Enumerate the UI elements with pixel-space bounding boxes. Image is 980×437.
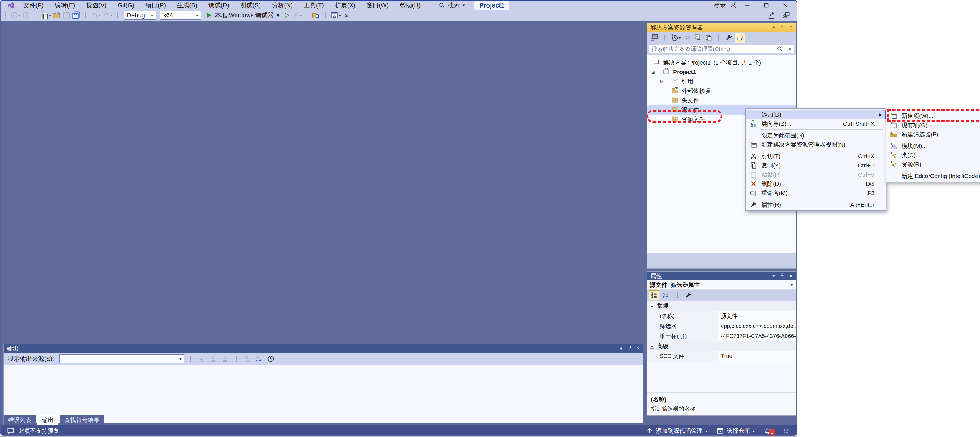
menu-test[interactable]: 测试(S) [235, 0, 266, 10]
property-row-name[interactable]: (名称) 源文件 [647, 311, 795, 321]
tab-error-list[interactable]: 错误列表 [3, 415, 36, 425]
menu-item-paste[interactable]: 粘贴(P) Ctrl+V [746, 170, 886, 179]
property-value[interactable]: {4FC737F1-C7A5-4376-A066-2 [718, 331, 795, 341]
tab-find-symbol-results[interactable]: 查找符号结果 [60, 415, 104, 425]
account-icon[interactable] [730, 2, 737, 9]
navigate-back-button[interactable]: ▾ [10, 11, 21, 20]
save-all-button[interactable] [71, 11, 81, 20]
close-icon[interactable]: × [637, 346, 640, 351]
previous-message-button[interactable] [209, 354, 218, 364]
menu-view[interactable]: 视图(V) [80, 0, 112, 10]
menu-item-new-solution-explorer-view[interactable]: 新建解决方案资源管理器视图(N) [746, 140, 886, 149]
menu-item-class-wizard[interactable]: FC 类向导(Z)... Ctrl+Shift+X [746, 119, 886, 128]
menu-tools[interactable]: 工具(T) [298, 0, 329, 10]
pin-icon[interactable] [780, 273, 785, 279]
window-position-icon[interactable]: ▾ [773, 273, 775, 279]
submenu-item-class[interactable]: 类(C)... [886, 151, 980, 160]
start-debugging-button[interactable]: 本地 Windows 调试器 ▾ [205, 11, 280, 19]
window-position-icon[interactable]: ▾ [620, 346, 622, 351]
platform-combobox[interactable]: x64 ▾ [160, 11, 202, 20]
property-row-unique-id[interactable]: 唯一标识符 {4FC737F1-C7A5-4376-A066-2 [647, 331, 795, 341]
minimize-button[interactable] [739, 2, 756, 9]
properties-button[interactable] [724, 33, 733, 43]
property-value[interactable]: 源文件 [718, 311, 795, 321]
alphabetical-sort-button[interactable]: AZ [661, 291, 671, 300]
configuration-combobox[interactable]: Debug ▾ [124, 11, 156, 20]
tree-row-external-dependencies[interactable]: 外部依赖项 [647, 86, 795, 96]
navigate-forward-button[interactable] [21, 11, 31, 20]
menu-git[interactable]: Git(G) [112, 1, 140, 10]
expander-expanded-icon[interactable]: ◢ [651, 70, 655, 75]
close-icon[interactable]: × [790, 274, 792, 279]
toolbar-overflow-button[interactable] [342, 11, 352, 20]
menu-item-properties[interactable]: 属性(R) Alt+Enter [746, 200, 886, 209]
tree-row-solution[interactable]: 解决方案 'Project1' (1 个项目, 共 1 个) [647, 58, 795, 67]
tab-output[interactable]: 输出 [37, 415, 59, 425]
notifications-button[interactable]: 1 [764, 427, 771, 434]
menu-item-delete[interactable]: 删除(D) Del [746, 179, 886, 188]
clear-all-button[interactable] [243, 354, 252, 364]
property-value[interactable]: cpp;c;cc;cxx;c++;cppm;ixx;def;oc [718, 321, 795, 331]
redo-button[interactable]: ▾ [102, 11, 113, 20]
search-box[interactable]: 搜索 ▾ [439, 1, 465, 10]
window-position-icon[interactable]: ▾ [773, 25, 775, 30]
maximize-button[interactable] [758, 2, 775, 9]
collapse-all-button[interactable] [694, 33, 703, 43]
output-source-input[interactable] [62, 356, 180, 362]
menu-item-copy[interactable]: 复制(Y) Ctrl+C [746, 161, 886, 170]
pin-icon[interactable] [627, 345, 632, 351]
sync-with-active-document-button[interactable] [683, 33, 692, 43]
submenu-item-new-editorconfig[interactable]: 新建 EditorConfig (IntelliCode) [886, 172, 980, 181]
show-all-files-button[interactable] [704, 33, 713, 43]
add-to-source-control-button[interactable]: 添加到源代码管理 ▴ [646, 427, 707, 435]
menu-window[interactable]: 窗口(W) [361, 0, 394, 10]
close-icon[interactable]: × [790, 25, 792, 30]
menu-build[interactable]: 生成(B) [172, 0, 203, 10]
output-content[interactable] [4, 365, 643, 415]
category-row-general[interactable]: − 常规 [647, 301, 795, 311]
pending-changes-filter-button[interactable]: ▾ [670, 33, 682, 43]
word-wrap-button[interactable]: abc [255, 354, 264, 364]
select-repository-button[interactable]: 选择仓库 ▴ [716, 427, 755, 435]
output-source-combobox[interactable]: ▾ [59, 354, 184, 363]
find-in-files-button[interactable] [311, 11, 321, 20]
property-value[interactable]: True [718, 351, 795, 361]
signin-label[interactable]: 登录 [714, 2, 725, 9]
menu-edit[interactable]: 编辑(E) [49, 0, 80, 10]
menu-debug[interactable]: 调试(D) [203, 0, 235, 10]
start-without-debugging-button[interactable] [282, 11, 291, 20]
property-row-scc[interactable]: SCC 文件 True [647, 351, 795, 361]
submenu-item-existing-item[interactable]: 现有项(G)... [886, 121, 980, 130]
menu-extensions[interactable]: 扩展(X) [329, 0, 361, 10]
tree-row-header-files[interactable]: 头文件 [647, 96, 795, 105]
solution-search-box[interactable] [649, 44, 786, 53]
expander-collapsed-icon[interactable]: ▷ [660, 79, 663, 84]
close-button[interactable] [777, 2, 794, 9]
solution-search-input[interactable] [652, 46, 777, 52]
new-project-button[interactable]: ▾ [39, 11, 52, 20]
collapse-category-icon[interactable]: − [650, 304, 654, 308]
goto-message-button[interactable] [197, 354, 207, 364]
tree-row-references[interactable]: ▷ 引用 [647, 77, 795, 86]
open-folder-button[interactable] [52, 11, 62, 20]
properties-object-selector[interactable]: 源文件 筛选器属性 ▾ [647, 280, 795, 289]
menu-item-scope-to-this[interactable]: 限定为此范围(S) [746, 131, 886, 140]
collapse-category-icon[interactable]: − [650, 344, 654, 348]
toolbar-grip[interactable] [5, 12, 7, 19]
share-icon[interactable] [767, 11, 776, 19]
undo-button[interactable]: ▾ [90, 11, 102, 20]
menu-help[interactable]: 帮助(H) [394, 0, 426, 10]
submenu-item-new-filter[interactable]: 新建筛选器(F) [886, 130, 980, 139]
search-options-dropdown[interactable]: ▾ [786, 44, 794, 53]
switch-views-button[interactable] [649, 33, 659, 43]
tree-row-project1[interactable]: ◢ Project1 [647, 67, 795, 77]
categorized-button[interactable] [649, 291, 659, 300]
save-button[interactable] [62, 11, 71, 20]
menu-item-cut[interactable]: 剪切(T) Ctrl+X [746, 152, 886, 161]
pin-icon[interactable] [780, 24, 785, 30]
solution-explorer-shortcut-button[interactable]: ▾ [329, 11, 342, 20]
hot-reload-button[interactable]: ▾ [291, 11, 303, 20]
menu-item-add[interactable]: 添加(D) ▶ [746, 110, 886, 119]
property-row-filter[interactable]: 筛选器 cpp;c;cc;cxx;c++;cppm;ixx;def;oc [647, 321, 795, 331]
property-pages-button[interactable] [683, 291, 694, 300]
